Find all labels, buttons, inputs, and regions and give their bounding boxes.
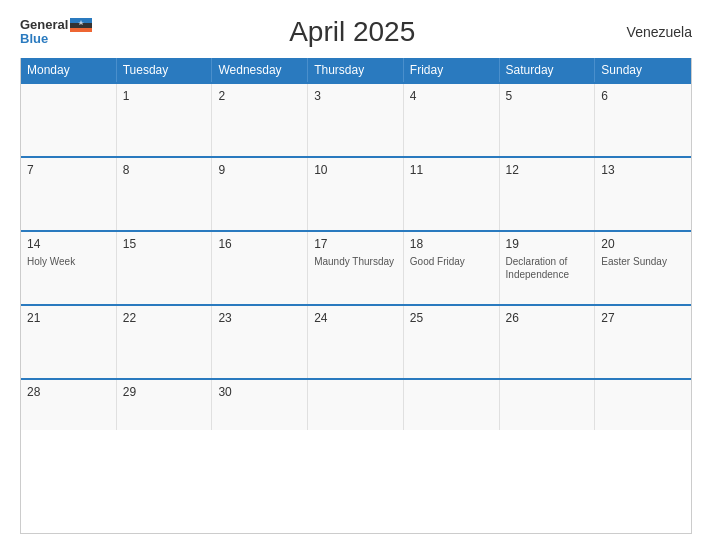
cell-w5-fri — [404, 380, 500, 430]
cell-w4-mon: 21 — [21, 306, 117, 378]
cell-w2-sun: 13 — [595, 158, 691, 230]
cell-w2-sat: 12 — [500, 158, 596, 230]
cell-w1-fri: 4 — [404, 84, 500, 156]
cell-w3-tue: 15 — [117, 232, 213, 304]
logo: General Blue — [20, 18, 92, 47]
week-3: 14 Holy Week 15 16 17 Maundy Thursday 18… — [21, 230, 691, 304]
cell-w5-mon: 28 — [21, 380, 117, 430]
cell-w4-sat: 26 — [500, 306, 596, 378]
cell-w1-tue: 1 — [117, 84, 213, 156]
page: General Blue April 2025 Venezuela Monday… — [0, 0, 712, 550]
cell-w1-mon — [21, 84, 117, 156]
cell-w1-wed: 2 — [212, 84, 308, 156]
week-4: 21 22 23 24 25 26 27 — [21, 304, 691, 378]
cell-w4-thu: 24 — [308, 306, 404, 378]
cell-w5-sun — [595, 380, 691, 430]
cell-w2-mon: 7 — [21, 158, 117, 230]
header-monday: Monday — [21, 58, 117, 82]
logo-flag-icon — [70, 18, 92, 32]
calendar-header-row: Monday Tuesday Wednesday Thursday Friday… — [21, 58, 691, 82]
week-2: 7 8 9 10 11 12 13 — [21, 156, 691, 230]
cell-w5-wed: 30 — [212, 380, 308, 430]
logo-general-text: General — [20, 18, 68, 32]
header: General Blue April 2025 Venezuela — [20, 16, 692, 48]
logo-blue-text: Blue — [20, 32, 48, 46]
week-1: 1 2 3 4 5 6 — [21, 82, 691, 156]
cell-w5-thu — [308, 380, 404, 430]
calendar: Monday Tuesday Wednesday Thursday Friday… — [20, 58, 692, 534]
calendar-title: April 2025 — [92, 16, 612, 48]
cell-w4-tue: 22 — [117, 306, 213, 378]
cell-w1-sun: 6 — [595, 84, 691, 156]
cell-w3-sat: 19 Declaration of Independence — [500, 232, 596, 304]
country-label: Venezuela — [612, 24, 692, 40]
cell-w3-fri: 18 Good Friday — [404, 232, 500, 304]
header-sunday: Sunday — [595, 58, 691, 82]
cell-w4-fri: 25 — [404, 306, 500, 378]
header-friday: Friday — [404, 58, 500, 82]
cell-w4-wed: 23 — [212, 306, 308, 378]
cell-w3-mon: 14 Holy Week — [21, 232, 117, 304]
cell-w5-sat — [500, 380, 596, 430]
header-thursday: Thursday — [308, 58, 404, 82]
cell-w2-wed: 9 — [212, 158, 308, 230]
svg-rect-2 — [70, 28, 92, 32]
cell-w1-thu: 3 — [308, 84, 404, 156]
header-tuesday: Tuesday — [117, 58, 213, 82]
header-saturday: Saturday — [500, 58, 596, 82]
cell-w5-tue: 29 — [117, 380, 213, 430]
cell-w2-thu: 10 — [308, 158, 404, 230]
cell-w3-wed: 16 — [212, 232, 308, 304]
week-5: 28 29 30 — [21, 378, 691, 430]
cell-w1-sat: 5 — [500, 84, 596, 156]
cell-w3-thu: 17 Maundy Thursday — [308, 232, 404, 304]
header-wednesday: Wednesday — [212, 58, 308, 82]
cell-w2-tue: 8 — [117, 158, 213, 230]
cell-w3-sun: 20 Easter Sunday — [595, 232, 691, 304]
cell-w2-fri: 11 — [404, 158, 500, 230]
cell-w4-sun: 27 — [595, 306, 691, 378]
